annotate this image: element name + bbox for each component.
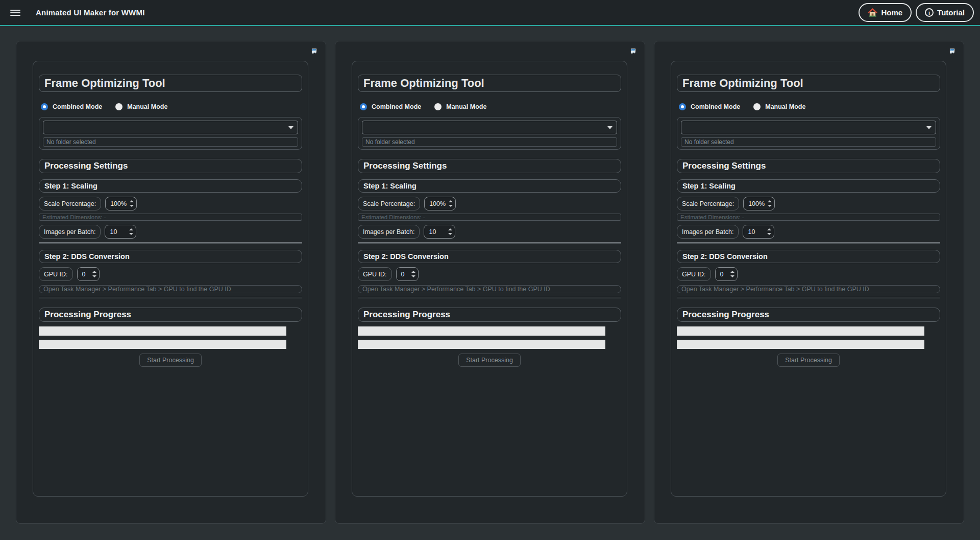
spinner-down-icon[interactable] xyxy=(92,275,96,277)
scale-percentage-row: Scale Percentage: xyxy=(358,197,621,210)
spinner-up-icon[interactable] xyxy=(730,271,734,273)
radio-combined[interactable] xyxy=(360,103,367,110)
tool-card: Frame Optimizing Tool Combined Mode Manu… xyxy=(671,61,946,497)
mode-selector: Combined Mode Manual Mode xyxy=(360,103,621,110)
home-button[interactable]: Home xyxy=(859,3,912,22)
gpu-id-stepper[interactable] xyxy=(396,267,419,281)
manual-mode-label: Manual Mode xyxy=(127,103,167,110)
tool-card: Frame Optimizing Tool Combined Mode Manu… xyxy=(33,61,308,497)
close-window-icon[interactable] xyxy=(949,48,955,55)
scale-percentage-input[interactable] xyxy=(106,200,129,207)
hamburger-icon[interactable] xyxy=(10,8,20,17)
scale-percentage-label: Scale Percentage: xyxy=(358,197,420,210)
scale-percentage-stepper[interactable] xyxy=(105,197,137,210)
radio-manual[interactable] xyxy=(115,103,122,110)
gpu-id-input[interactable] xyxy=(716,271,729,278)
manual-mode-option[interactable]: Manual Mode xyxy=(753,103,805,110)
gpu-id-hint: Open Task Manager > Performance Tab > GP… xyxy=(358,285,621,293)
tool-title: Frame Optimizing Tool xyxy=(677,75,940,92)
folder-dropdown[interactable] xyxy=(43,121,298,134)
scale-percentage-input[interactable] xyxy=(425,200,448,207)
panels-row: Frame Optimizing Tool Combined Mode Manu… xyxy=(0,26,980,524)
images-per-batch-input[interactable] xyxy=(424,228,447,236)
start-processing-button[interactable]: Start Processing xyxy=(458,354,521,367)
start-row: Start Processing xyxy=(39,354,302,367)
folder-dropdown[interactable] xyxy=(681,121,936,134)
spinner-down-icon[interactable] xyxy=(448,233,452,235)
spinner-up-icon[interactable] xyxy=(449,200,453,202)
spinner-down-icon[interactable] xyxy=(129,233,133,235)
frame-optimizing-tool-panel: Frame Optimizing Tool Combined Mode Manu… xyxy=(335,41,645,524)
mode-selector: Combined Mode Manual Mode xyxy=(679,103,940,110)
section-separator xyxy=(677,242,940,244)
topbar-buttons: Home i Tutorial xyxy=(859,3,974,22)
images-per-batch-input[interactable] xyxy=(743,228,766,236)
start-processing-button[interactable]: Start Processing xyxy=(139,354,202,367)
scale-percentage-stepper[interactable] xyxy=(424,197,456,210)
spinner-down-icon[interactable] xyxy=(130,205,134,207)
radio-manual[interactable] xyxy=(434,103,442,110)
processing-progress-heading: Processing Progress xyxy=(39,308,302,322)
tutorial-button-label: Tutorial xyxy=(937,8,965,17)
spinner-up-icon[interactable] xyxy=(448,228,452,230)
gpu-id-hint: Open Task Manager > Performance Tab > GP… xyxy=(677,285,940,293)
combined-mode-option[interactable]: Combined Mode xyxy=(360,103,421,110)
folder-dropdown[interactable] xyxy=(362,121,617,134)
gpu-id-stepper[interactable] xyxy=(77,267,100,281)
processing-progress-heading: Processing Progress xyxy=(677,308,940,322)
manual-mode-option[interactable]: Manual Mode xyxy=(434,103,486,110)
images-per-batch-stepper[interactable] xyxy=(105,225,136,239)
combined-mode-option[interactable]: Combined Mode xyxy=(679,103,740,110)
processing-settings-heading: Processing Settings xyxy=(677,159,940,173)
spinner-down-icon[interactable] xyxy=(411,275,415,277)
combined-mode-label: Combined Mode xyxy=(53,103,102,110)
progress-bar-2 xyxy=(39,340,286,349)
close-window-icon[interactable] xyxy=(630,48,636,55)
spinner-down-icon[interactable] xyxy=(449,205,453,207)
gpu-id-input[interactable] xyxy=(397,271,410,278)
spinner-up-icon[interactable] xyxy=(129,228,133,230)
section-separator xyxy=(358,242,621,244)
start-row: Start Processing xyxy=(358,354,621,367)
spinner-up-icon[interactable] xyxy=(768,200,772,202)
spinner-down-icon[interactable] xyxy=(730,275,734,277)
manual-mode-option[interactable]: Manual Mode xyxy=(115,103,167,110)
estimated-dimensions-text: Estimated Dimensions: - xyxy=(358,214,621,221)
gpu-id-input[interactable] xyxy=(78,271,91,278)
info-icon: i xyxy=(925,8,934,17)
combined-mode-label: Combined Mode xyxy=(691,103,740,110)
scale-percentage-stepper[interactable] xyxy=(743,197,775,210)
combined-mode-option[interactable]: Combined Mode xyxy=(41,103,102,110)
home-icon xyxy=(868,8,877,17)
spinner-down-icon[interactable] xyxy=(768,205,772,207)
radio-combined[interactable] xyxy=(41,103,48,110)
manual-mode-label: Manual Mode xyxy=(446,103,486,110)
scale-percentage-row: Scale Percentage: xyxy=(39,197,302,210)
processing-settings-heading: Processing Settings xyxy=(358,159,621,173)
gpu-id-stepper[interactable] xyxy=(715,267,738,281)
estimated-dimensions-text: Estimated Dimensions: - xyxy=(677,214,940,221)
gpu-id-row: GPU ID: xyxy=(677,267,940,281)
progress-bar-2 xyxy=(677,340,924,349)
spinner-down-icon[interactable] xyxy=(767,233,771,235)
combined-mode-label: Combined Mode xyxy=(372,103,421,110)
images-per-batch-input[interactable] xyxy=(105,228,128,236)
images-per-batch-label: Images per Batch: xyxy=(358,225,420,239)
scale-percentage-input[interactable] xyxy=(744,200,767,207)
scale-percentage-row: Scale Percentage: xyxy=(677,197,940,210)
images-per-batch-stepper[interactable] xyxy=(424,225,455,239)
close-window-icon[interactable] xyxy=(311,48,317,55)
gpu-id-label: GPU ID: xyxy=(677,267,711,281)
spinner-up-icon[interactable] xyxy=(92,271,96,273)
scale-percentage-label: Scale Percentage: xyxy=(39,197,101,210)
spinner-up-icon[interactable] xyxy=(411,271,415,273)
spinner-up-icon[interactable] xyxy=(130,200,134,202)
radio-combined[interactable] xyxy=(679,103,686,110)
spinner-up-icon[interactable] xyxy=(767,228,771,230)
start-processing-button[interactable]: Start Processing xyxy=(777,354,840,367)
processing-settings-heading: Processing Settings xyxy=(39,159,302,173)
gpu-id-row: GPU ID: xyxy=(358,267,621,281)
tutorial-button[interactable]: i Tutorial xyxy=(916,3,974,22)
images-per-batch-stepper[interactable] xyxy=(743,225,774,239)
radio-manual[interactable] xyxy=(753,103,761,110)
